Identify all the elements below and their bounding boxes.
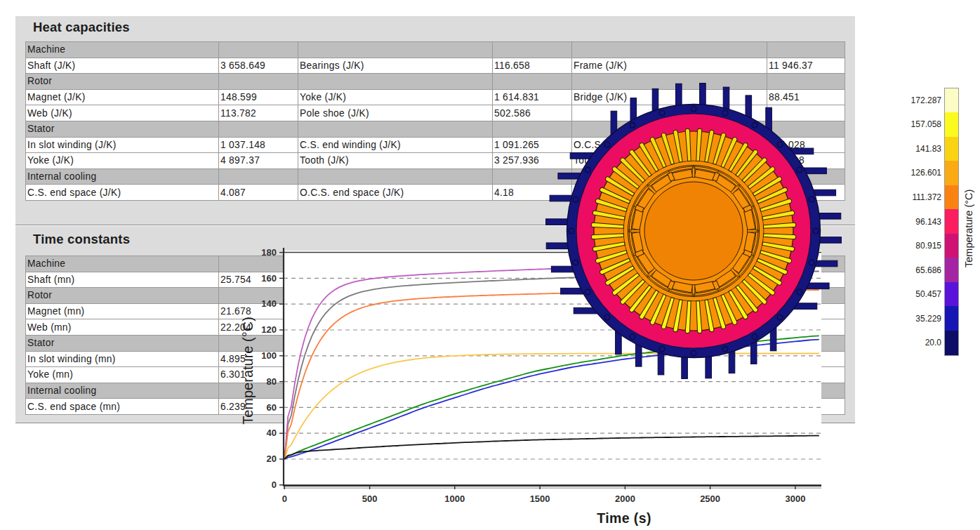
svg-text:160: 160 (261, 273, 277, 284)
svg-text:500: 500 (362, 493, 378, 504)
svg-text:80: 80 (267, 376, 277, 387)
svg-text:0: 0 (272, 479, 277, 490)
svg-text:Temperature (°C): Temperature (°C) (240, 317, 256, 425)
svg-text:120: 120 (261, 324, 277, 335)
svg-text:20: 20 (267, 453, 277, 464)
svg-text:2000: 2000 (615, 493, 635, 504)
svg-text:1000: 1000 (444, 493, 465, 504)
svg-text:3000: 3000 (785, 493, 805, 504)
svg-text:60: 60 (267, 402, 277, 413)
svg-text:2500: 2500 (700, 493, 720, 504)
svg-text:0: 0 (282, 493, 287, 504)
svg-text:180: 180 (261, 247, 277, 258)
svg-text:40: 40 (267, 428, 277, 438)
svg-text:100: 100 (261, 350, 277, 361)
svg-text:Time (s): Time (s) (597, 510, 651, 526)
svg-text:140: 140 (261, 298, 277, 309)
svg-text:1500: 1500 (530, 493, 550, 504)
